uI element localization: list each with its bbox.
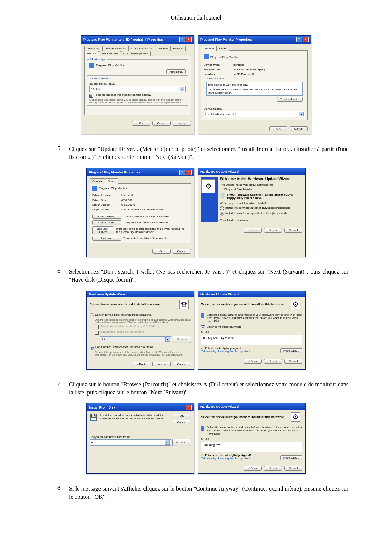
wizard-icon: ⚙ [291,412,300,422]
signing-info-link[interactable]: Tell me why driver signing is important [201,350,250,353]
model-item[interactable]: Plug and Play Monitor [206,336,234,340]
wizard-select-driver: Hardware Update Wizard Select the device… [198,291,306,370]
copy-from-value: A:\ [91,441,95,444]
tab-general[interactable]: General [201,46,216,51]
chevron-down-icon: ▾ [165,337,170,342]
signed-icon: ✔ [201,346,204,350]
copy-from-input[interactable]: A:\▾ [90,439,171,446]
uninstall-desc: To uninstall the driver (Advanced). [123,237,167,240]
ok-button[interactable]: OK [269,126,287,131]
back-button[interactable]: < Back [132,362,150,366]
close-icon[interactable]: × [186,405,192,410]
next-button[interactable]: Next > [264,466,282,471]
monitor-name: Plug and Play Monitor [210,56,238,59]
wizard-device: Plug and Play Monitor [224,188,302,191]
dont-search-radio[interactable] [90,346,94,350]
step-number: 6. [44,268,69,284]
install-auto-radio[interactable] [220,206,224,210]
driver-details-button[interactable]: Driver Details... [92,214,121,219]
model-list[interactable]: 🖥 Plug and Play Monitor [201,335,302,345]
browse-button[interactable]: Browse... [172,439,191,446]
monitor-icon [201,313,204,318]
help-icon[interactable]: ? [179,37,185,42]
install-list-radio[interactable] [220,212,224,216]
warning-icon: ⚠ [201,454,204,457]
refresh-rate-value: 60 Hertz [91,87,102,91]
tab-troubleshoot[interactable]: Troubleshoot [99,51,121,56]
wizard-heading: Select the device driver you want to ins… [201,415,285,419]
wizard-intro: This wizard helps you install software f… [220,183,302,186]
install-auto-label: Install the software automatically (Reco… [225,206,290,209]
tab-geforce3[interactable]: GeForce3 [84,46,102,51]
install-list-label: Install from a list or specific location… [225,212,287,215]
troubleshoot-button[interactable]: Troubleshoot... [277,97,303,102]
tab-driver[interactable]: Driver [216,46,229,51]
model-list[interactable]: Samsung **** [201,442,302,452]
have-disk-button[interactable]: Have Disk... [280,455,302,460]
figure-row-2: Plug and Play Monitor Properties ?× Gene… [44,168,348,257]
chevron-down-icon[interactable]: ▾ [165,440,170,445]
wizard-question: What do you want the wizard to do? [220,202,302,205]
tab-general[interactable]: General [155,46,170,51]
hide-modes-checkbox[interactable] [89,94,93,98]
next-button[interactable]: Next > [152,362,171,366]
ok-button[interactable]: OK [152,249,171,254]
page-title: Utilisation du logiciel [44,15,348,24]
dialog-title: Plug and Play Monitor Properties [89,171,140,174]
rollback-driver-button[interactable]: Roll Back Driver [92,226,114,234]
driver-tab-dialog: Plug and Play Monitor Properties ?× Gene… [86,168,194,257]
tab-color-management[interactable]: Color Management [121,51,151,56]
rollback-driver-desc: If the device fails after updating the d… [116,227,188,234]
next-button[interactable]: Next > [264,228,282,233]
wizard-search-options: Hardware Update Wizard Please choose you… [86,291,194,370]
cancel-button[interactable]: Cancel [173,249,191,254]
ok-button[interactable]: OK [132,121,150,126]
wizard-icon: ⚙ [179,300,189,309]
model-item[interactable]: Samsung **** [203,443,220,447]
have-disk-button[interactable]: Have Disk... [280,348,302,353]
cancel-button[interactable]: Cancel [173,420,191,424]
tab-device-selection[interactable]: Device Selection [102,46,129,51]
back-button[interactable]: < Back [244,359,262,364]
chevron-down-icon[interactable]: ▾ [180,87,184,91]
help-icon[interactable]: ? [296,37,302,42]
cancel-button[interactable]: Cancel [152,121,171,126]
dialog-title: Hardware Update Wizard [200,405,239,409]
close-icon[interactable]: × [186,170,192,175]
device-type-value: Monitors [233,63,244,66]
show-compatible-checkbox[interactable] [201,325,205,329]
help-icon[interactable]: ? [179,170,185,175]
tab-general[interactable]: General [90,178,105,184]
digital-signer-label: Digital Signer: [92,208,121,211]
search-radio[interactable] [90,313,94,317]
cancel-button[interactable]: Cancel [284,466,302,471]
tab-color-correction[interactable]: Color Correction [129,46,155,51]
tab-adapter[interactable]: Adapter [171,46,186,51]
next-button[interactable]: Next > [264,359,282,364]
figure-row-3: Hardware Update Wizard Please choose you… [44,291,348,370]
removable-media-checkbox [95,325,99,329]
close-icon[interactable]: × [186,37,192,42]
signing-info-link[interactable]: Tell me why driver signing is important [201,457,250,460]
properties-button[interactable]: Properties [166,69,186,74]
close-icon[interactable]: × [303,37,309,42]
back-button[interactable]: < Back [244,466,262,471]
tab-driver[interactable]: Driver [105,178,118,184]
wizard-welcome: Welcome to the Hardware Update Wizard [220,177,302,181]
device-usage-select[interactable]: Use this device (enable) ▾ [204,111,305,117]
floppy-icon: 💾 [90,414,98,424]
cancel-button[interactable]: Cancel [173,362,191,366]
refresh-rate-label: Screen refresh rate: [89,82,186,85]
wizard-select-driver-2: Hardware Update Wizard Select the device… [198,403,306,474]
refresh-rate-select[interactable]: 60 Hertz ▾ [89,86,186,92]
tab-monitor[interactable]: Monitor [84,51,99,56]
wizard-continue: Click Next to continue. [220,219,302,222]
ok-button[interactable]: OK [173,414,191,418]
cancel-button[interactable]: Cancel [290,126,308,131]
chevron-down-icon[interactable]: ▾ [299,112,304,116]
cancel-button[interactable]: Cancel [284,228,302,233]
cancel-button[interactable]: Cancel [284,359,302,364]
path-value: A:\ [101,338,105,341]
uninstall-button[interactable]: Uninstall [92,236,121,241]
update-driver-button[interactable]: Update Driver... [92,220,121,225]
